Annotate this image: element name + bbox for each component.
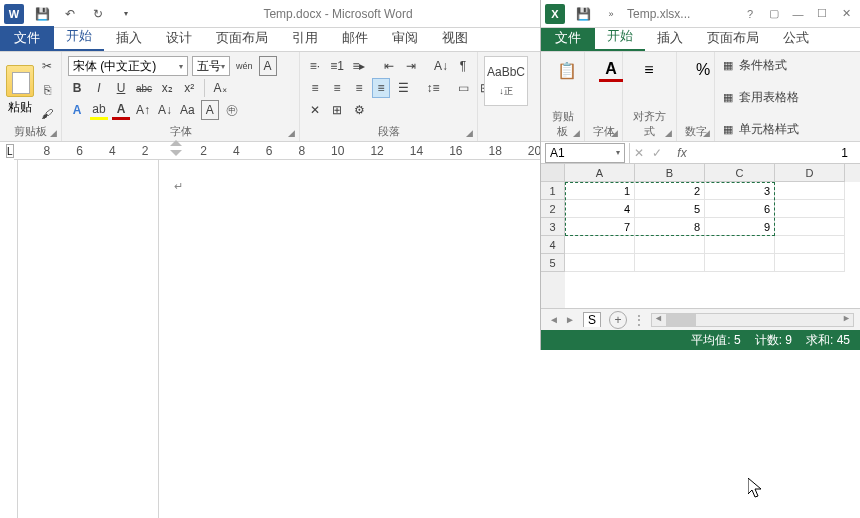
- text-effects-icon[interactable]: A: [68, 100, 86, 120]
- row-header-1[interactable]: 1: [541, 182, 565, 200]
- sheet-nav-prev-icon[interactable]: ◄: [547, 314, 561, 325]
- cut-icon[interactable]: ✂: [38, 56, 56, 76]
- paragraph-launcher-icon[interactable]: ◢: [463, 127, 475, 139]
- distribute-icon[interactable]: ☰: [394, 78, 412, 98]
- save-icon[interactable]: 💾: [573, 4, 593, 24]
- row-header-5[interactable]: 5: [541, 254, 565, 272]
- add-sheet-icon[interactable]: +: [609, 311, 627, 329]
- save-icon[interactable]: 💾: [32, 4, 52, 24]
- cell[interactable]: [565, 236, 635, 254]
- subscript-button[interactable]: x₂: [158, 78, 176, 98]
- font-color-icon[interactable]: A: [112, 100, 130, 120]
- cell[interactable]: [775, 218, 845, 236]
- select-all-corner[interactable]: [541, 164, 565, 182]
- enclose-char-icon[interactable]: ㊥: [223, 100, 241, 120]
- font-size-select[interactable]: 五号▾: [192, 56, 230, 76]
- name-box[interactable]: A1▾: [545, 143, 625, 163]
- align-right-icon[interactable]: ≡: [350, 78, 368, 98]
- sheet-nav-next-icon[interactable]: ►: [563, 314, 577, 325]
- cell[interactable]: 1: [565, 182, 635, 200]
- launcher-icon[interactable]: ◢: [570, 127, 582, 139]
- clipboard-launcher-icon[interactable]: ◢: [47, 127, 59, 139]
- format-painter-icon[interactable]: 🖌: [38, 104, 56, 124]
- numbering-icon[interactable]: ≡1: [328, 56, 346, 76]
- increase-indent-icon[interactable]: ⇥: [402, 56, 420, 76]
- ribbon-options-icon[interactable]: ▢: [763, 5, 785, 23]
- sheet-grid[interactable]: 1 2 3 4 5 A B C D 123 456 789: [541, 164, 860, 308]
- cell[interactable]: 8: [635, 218, 705, 236]
- cell[interactable]: 9: [705, 218, 775, 236]
- cell[interactable]: [775, 182, 845, 200]
- tab-mailings[interactable]: 邮件: [330, 26, 380, 51]
- sheet-tab-partial[interactable]: S: [583, 312, 601, 327]
- cell[interactable]: 3: [705, 182, 775, 200]
- cell[interactable]: [635, 236, 705, 254]
- qat-more-icon[interactable]: »: [601, 4, 621, 24]
- tab-insert[interactable]: 插入: [104, 26, 154, 51]
- col-header-d[interactable]: D: [775, 164, 845, 182]
- font-launcher-icon[interactable]: ◢: [285, 127, 297, 139]
- help-icon[interactable]: ?: [739, 5, 761, 23]
- change-case-icon[interactable]: Aa: [178, 100, 197, 120]
- excel-paste-button[interactable]: 📋: [547, 56, 587, 84]
- excel-tab-insert[interactable]: 插入: [645, 26, 695, 51]
- cell[interactable]: 5: [635, 200, 705, 218]
- scroll-right-icon[interactable]: ►: [842, 313, 851, 323]
- char-shading-icon[interactable]: A: [201, 100, 219, 120]
- cell-styles-button[interactable]: ▦单元格样式: [721, 120, 854, 139]
- text-direction-icon[interactable]: ✕: [306, 100, 324, 120]
- indent-marker-icon[interactable]: [170, 140, 182, 158]
- tab-layout[interactable]: 页面布局: [204, 26, 280, 51]
- cell[interactable]: [775, 200, 845, 218]
- shading-icon[interactable]: ▭: [454, 78, 472, 98]
- launcher-icon[interactable]: ◢: [608, 127, 620, 139]
- cell[interactable]: [565, 254, 635, 272]
- snap-grid-icon[interactable]: ⊞: [328, 100, 346, 120]
- formula-bar[interactable]: ✕ ✓ fx 1: [629, 143, 860, 163]
- launcher-icon[interactable]: ◢: [700, 127, 712, 139]
- line-spacing-icon[interactable]: ↕≡: [424, 78, 442, 98]
- col-header-c[interactable]: C: [705, 164, 775, 182]
- qat-more-icon[interactable]: ▾: [116, 4, 136, 24]
- row-header-2[interactable]: 2: [541, 200, 565, 218]
- excel-tab-layout[interactable]: 页面布局: [695, 26, 771, 51]
- shrink-font-icon[interactable]: A↓: [156, 100, 174, 120]
- justify-icon[interactable]: ≡: [372, 78, 390, 98]
- multilevel-icon[interactable]: ≡▸: [350, 56, 368, 76]
- cell[interactable]: [635, 254, 705, 272]
- fx-icon[interactable]: fx: [670, 143, 694, 163]
- cell[interactable]: [705, 236, 775, 254]
- highlight-icon[interactable]: ab: [90, 100, 108, 120]
- horizontal-scrollbar[interactable]: ◄ ►: [651, 313, 854, 327]
- excel-tab-file[interactable]: 文件: [541, 26, 595, 51]
- accept-formula-icon[interactable]: ✓: [652, 146, 662, 160]
- cells-area[interactable]: 123 456 789: [565, 182, 860, 308]
- scrollbar-thumb[interactable]: [666, 314, 696, 326]
- underline-button[interactable]: U: [112, 78, 130, 98]
- char-border-icon[interactable]: A: [259, 56, 277, 76]
- col-header-b[interactable]: B: [635, 164, 705, 182]
- sort-icon[interactable]: A↓: [432, 56, 450, 76]
- row-header-4[interactable]: 4: [541, 236, 565, 254]
- excel-tab-formula[interactable]: 公式: [771, 26, 821, 51]
- redo-icon[interactable]: ↻: [88, 4, 108, 24]
- cell[interactable]: 6: [705, 200, 775, 218]
- bullets-icon[interactable]: ≡·: [306, 56, 324, 76]
- grow-font-icon[interactable]: A↑: [134, 100, 152, 120]
- undo-icon[interactable]: ↶: [60, 4, 80, 24]
- bold-button[interactable]: B: [68, 78, 86, 98]
- row-header-3[interactable]: 3: [541, 218, 565, 236]
- italic-button[interactable]: I: [90, 78, 108, 98]
- cell[interactable]: 7: [565, 218, 635, 236]
- show-marks-icon[interactable]: ¶: [454, 56, 472, 76]
- tab-home[interactable]: 开始: [54, 24, 104, 51]
- tab-design[interactable]: 设计: [154, 26, 204, 51]
- copy-icon[interactable]: ⎘: [38, 80, 56, 100]
- conditional-format-button[interactable]: ▦条件格式: [721, 56, 854, 75]
- font-name-select[interactable]: 宋体 (中文正文)▾: [68, 56, 188, 76]
- launcher-icon[interactable]: ◢: [662, 127, 674, 139]
- tab-stop-indicator[interactable]: L: [6, 144, 14, 158]
- close-icon[interactable]: ✕: [835, 5, 857, 23]
- format-as-table-button[interactable]: ▦套用表格格: [721, 88, 854, 107]
- strike-button[interactable]: abc: [134, 78, 154, 98]
